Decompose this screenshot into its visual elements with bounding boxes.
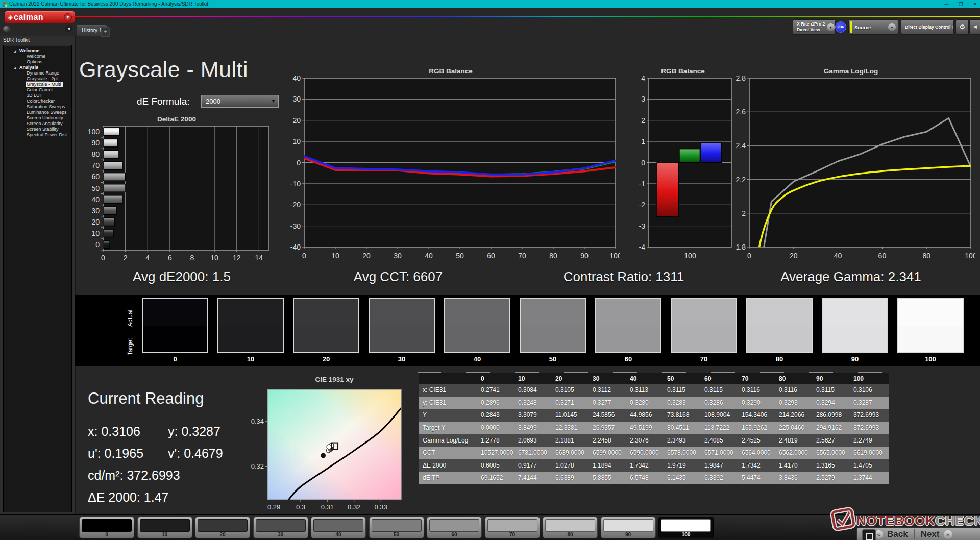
stop-button[interactable] [862, 529, 876, 540]
sidebar-item-label: Luminance Sweeps [26, 110, 68, 115]
pattern-level-label: 100 [659, 532, 713, 537]
svg-text:10: 10 [331, 252, 339, 260]
sidebar-collapse-icon[interactable]: ◀ [65, 25, 72, 32]
pattern-tile-40[interactable]: 40 [311, 517, 366, 538]
table-column-header: 30 [589, 373, 626, 384]
sidebar-item-luminance-sweeps[interactable]: Luminance Sweeps [4, 110, 71, 115]
swatch-level-label: 50 [520, 355, 586, 363]
table-cell: 286.0998 [813, 409, 850, 422]
table-column-header: 40 [626, 373, 664, 384]
display-control-button[interactable]: Direct Display Control ▼ [901, 19, 954, 35]
sidebar-item-label: Color Gamut [26, 87, 54, 92]
collapse-panel-button[interactable]: ◀ [969, 19, 980, 35]
back-button[interactable]: Back [883, 529, 912, 539]
tree-group-welcome[interactable]: ◢Welcome [4, 48, 71, 54]
source-button[interactable]: Source ▼ [848, 19, 898, 35]
de-formula-select[interactable]: 2000 ▼ [201, 95, 279, 108]
svg-text:50: 50 [91, 184, 100, 192]
sidebar-item-screen-stability[interactable]: Screen Stability [4, 127, 71, 132]
pattern-tile-70[interactable]: 70 [485, 517, 540, 538]
tree-expander-icon[interactable]: ◢ [14, 48, 16, 54]
sidebar-item-label: Spectral Power Dist. [26, 132, 70, 137]
sidebar-item-screen-angularity[interactable]: Screen Angularity [4, 121, 71, 127]
swatch-40 [444, 298, 510, 353]
swatch-level-label: 0 [142, 355, 208, 363]
svg-text:0: 0 [302, 252, 306, 260]
pattern-tile-100[interactable]: 100 [658, 517, 714, 538]
minimize-button[interactable]: — [944, 0, 948, 8]
meter-dropdown-icon[interactable]: ▼ [827, 23, 835, 31]
pattern-tile-20[interactable]: 20 [195, 517, 250, 538]
table-cell: 1.4170 [775, 459, 813, 472]
pattern-tile-50[interactable]: 50 [369, 517, 424, 538]
table-cell: 0.3287 [850, 397, 887, 409]
stop-icon [866, 533, 873, 540]
strip-actual-label: Actual [127, 300, 134, 327]
pattern-tile-60[interactable]: 60 [427, 517, 482, 538]
pattern-tile-30[interactable]: 30 [253, 517, 308, 538]
svg-text:30: 30 [292, 95, 301, 103]
grayscale-swatch-strip: Actual Target 0102030405060708090100 [75, 295, 980, 366]
source-dropdown-icon[interactable]: ▼ [888, 23, 896, 31]
logo-dropdown-icon[interactable]: ▼ [64, 13, 72, 21]
sidebar-item-grayscale-2pt[interactable]: Grayscale - 2pt [4, 76, 71, 82]
sidebar-item-label: Screen Stability [26, 127, 60, 132]
sidebar-item-colorchecker[interactable]: ColorChecker [4, 99, 71, 104]
svg-text:20: 20 [91, 218, 100, 226]
sidebar-item-3d-lut[interactable]: 3D LUT [4, 93, 71, 99]
pattern-tile-0[interactable]: 0 [79, 517, 134, 538]
sidebar-item-color-gamut[interactable]: Color Gamut [4, 87, 71, 93]
table-cell: 108.9004 [701, 409, 738, 422]
swatch-actual [898, 299, 963, 326]
display-control-dropdown-icon[interactable]: ▼ [952, 23, 954, 31]
maximize-button[interactable]: ❐ [959, 0, 963, 8]
table-column-header: 10 [514, 373, 552, 384]
table-cell: 3.8499 [514, 422, 552, 434]
sidebar-item-grayscale-multi[interactable]: Grayscale - Multi [4, 82, 71, 87]
pattern-tile-10[interactable]: 10 [137, 517, 192, 538]
table-cell: 2.4819 [775, 434, 813, 447]
table-cell: 49.5199 [626, 422, 664, 434]
reading-luminance: cd/m²: 372.6993 [88, 468, 180, 483]
svg-text:10: 10 [292, 137, 301, 145]
swatch-actual [294, 299, 358, 326]
meter-button[interactable]: X-Rite i1Pro 2 Direct View ▼ [793, 19, 836, 35]
sidebar-item-screen-uniformity[interactable]: Screen Uniformity [4, 115, 71, 121]
svg-text:50: 50 [456, 252, 464, 260]
window-title: Calman 2022 Calman Ultimate for Business… [9, 0, 208, 8]
calman-logo-icon: ◈ [8, 13, 13, 21]
pattern-tile-90[interactable]: 90 [601, 517, 656, 538]
table-cell: 294.9162 [813, 422, 850, 434]
next-button[interactable]: Next [917, 529, 944, 539]
sidebar-item-welcome[interactable]: Welcome [4, 54, 71, 59]
settings-button[interactable]: ⚙ [955, 19, 969, 35]
sidebar-item-label: 3D LUT [26, 93, 44, 98]
tree-expander-icon[interactable]: ◢ [14, 65, 16, 71]
table-cell: 0.6005 [477, 459, 514, 472]
calman-logo-label: calman [14, 13, 64, 22]
sidebar-item-spectral-power-dist[interactable]: Spectral Power Dist. [4, 132, 71, 138]
add-tab-button[interactable]: + [101, 27, 110, 37]
calman-logo-button[interactable]: ◈ calman ▼ [5, 11, 75, 23]
swatch-target [370, 326, 434, 352]
table-row-label: x: CIE31 [419, 384, 477, 397]
workspace-indicator[interactable] [3, 26, 10, 32]
tree-group-analysis[interactable]: ◢Analysis [4, 65, 71, 70]
close-button[interactable]: ✕ [973, 0, 977, 8]
svg-text:4: 4 [641, 75, 645, 82]
table-cell: 1.2778 [477, 434, 514, 447]
pattern-tile-80[interactable]: 80 [543, 517, 598, 538]
table-cell: 1.7342 [626, 459, 664, 472]
table-column-header: 0 [477, 373, 514, 384]
sidebar-item-saturation-sweeps[interactable]: Saturation Sweeps [4, 104, 71, 110]
swatch-target [143, 326, 207, 352]
swatch-target [445, 326, 509, 352]
svg-text:14: 14 [255, 254, 263, 262]
table-cell: 0.3290 [738, 397, 775, 409]
sidebar-item-dynamic-range[interactable]: Dynamic Range [4, 70, 71, 76]
sidebar-item-options[interactable]: Options [4, 59, 71, 65]
swatch-70 [671, 298, 737, 353]
table-column-header: 80 [775, 373, 813, 384]
swatch-target [672, 326, 736, 352]
table-row-cct: CCT10527.00006781.00006639.00006599.0000… [419, 447, 889, 459]
